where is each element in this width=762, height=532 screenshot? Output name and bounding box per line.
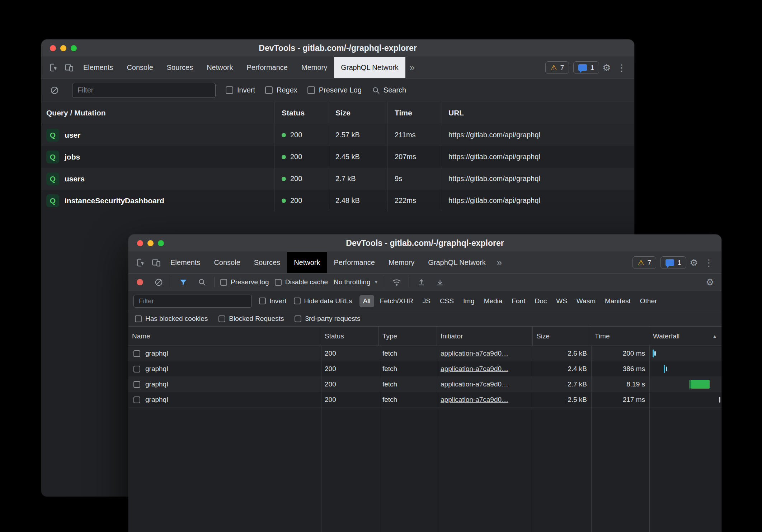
titlebar[interactable]: DevTools - gitlab.com/-/graphql-explorer — [128, 234, 721, 252]
issues-badge[interactable]: 1 — [660, 256, 686, 269]
minimize-button[interactable] — [147, 240, 154, 246]
checkbox-icon[interactable] — [307, 86, 315, 94]
invert-checkbox[interactable]: Invert — [259, 297, 287, 305]
tab-graphql-network[interactable]: GraphQL Network — [334, 57, 405, 78]
filter-type-js[interactable]: JS — [419, 295, 434, 307]
filter-type-fetch-xhr[interactable]: Fetch/XHR — [376, 295, 417, 307]
throttling-dropdown[interactable]: No throttling ▼ — [334, 278, 378, 286]
more-options-icon[interactable]: ⋮ — [701, 255, 716, 270]
initiator-link[interactable]: application-a7ca9d0… — [441, 365, 508, 373]
more-tabs-icon[interactable]: » — [493, 252, 506, 273]
block-icon[interactable] — [47, 83, 62, 98]
filter-type-img[interactable]: Img — [460, 295, 478, 307]
filter-type-all[interactable]: All — [359, 295, 374, 307]
column-header-time[interactable]: Time — [591, 327, 649, 346]
checkbox-icon[interactable] — [220, 279, 227, 286]
column-header-query[interactable]: Query / Mutation — [41, 102, 274, 124]
warnings-badge[interactable]: ⚠ 7 — [545, 61, 569, 74]
checkbox-icon[interactable] — [218, 315, 225, 322]
filter-type-manifest[interactable]: Manifest — [601, 295, 634, 307]
column-header-url[interactable]: URL — [441, 102, 634, 124]
checkbox-icon[interactable] — [275, 279, 282, 286]
tab-elements[interactable]: Elements — [164, 252, 207, 273]
column-header-type[interactable]: Type — [379, 327, 437, 346]
third-party-requests-checkbox[interactable]: 3rd-party requests — [295, 315, 360, 323]
tab-network[interactable]: Network — [287, 252, 327, 273]
tab-network[interactable]: Network — [200, 57, 240, 78]
query-row[interactable]: Q jobs 200 2.45 kB 207ms https://gitlab.… — [41, 146, 634, 168]
search-icon[interactable] — [196, 276, 208, 289]
more-tabs-icon[interactable]: » — [405, 57, 419, 78]
hide-data-urls-checkbox[interactable]: Hide data URLs — [294, 297, 352, 305]
warnings-badge[interactable]: ⚠ 7 — [632, 256, 656, 269]
initiator-link[interactable]: application-a7ca9d0… — [441, 380, 508, 388]
row-checkbox[interactable] — [133, 366, 140, 372]
tab-sources[interactable]: Sources — [160, 57, 200, 78]
network-request-row[interactable]: graphql 200 fetch application-a7ca9d0… 2… — [128, 361, 721, 377]
minimize-button[interactable] — [60, 45, 66, 51]
tab-memory[interactable]: Memory — [382, 252, 421, 273]
row-checkbox[interactable] — [133, 396, 140, 403]
checkbox-icon[interactable] — [295, 315, 301, 322]
tab-sources[interactable]: Sources — [247, 252, 287, 273]
blocked-requests-checkbox[interactable]: Blocked Requests — [218, 315, 284, 323]
query-row[interactable]: Q user 200 2.57 kB 211ms https://gitlab.… — [41, 124, 634, 146]
device-toolbar-icon[interactable] — [61, 60, 76, 75]
filter-type-doc[interactable]: Doc — [531, 295, 550, 307]
record-icon[interactable] — [133, 276, 146, 289]
checkbox-icon[interactable] — [135, 315, 142, 322]
checkbox-icon[interactable] — [259, 298, 266, 304]
row-checkbox[interactable] — [133, 381, 140, 388]
checkbox-icon[interactable] — [226, 86, 233, 94]
row-checkbox[interactable] — [133, 350, 140, 357]
titlebar[interactable]: DevTools - gitlab.com/-/graphql-explorer — [41, 39, 634, 57]
network-request-row[interactable]: graphql 200 fetch application-a7ca9d0… 2… — [128, 392, 721, 408]
inspect-icon[interactable] — [46, 60, 61, 75]
column-header-name[interactable]: Name — [128, 327, 321, 346]
issues-badge[interactable]: 1 — [573, 61, 599, 74]
column-header-size[interactable]: Size — [328, 102, 387, 124]
network-request-row[interactable]: graphql 200 fetch application-a7ca9d0… 2… — [128, 346, 721, 361]
network-request-row[interactable]: graphql 200 fetch application-a7ca9d0… 2… — [128, 377, 721, 392]
column-header-status[interactable]: Status — [274, 102, 328, 124]
tab-console[interactable]: Console — [120, 57, 160, 78]
zoom-button[interactable] — [158, 240, 164, 246]
network-filter-input[interactable] — [133, 295, 252, 308]
close-button[interactable] — [50, 45, 56, 51]
settings-gear-icon[interactable]: ⚙ — [686, 255, 701, 270]
tab-memory[interactable]: Memory — [295, 57, 334, 78]
filter-funnel-icon[interactable] — [177, 276, 190, 289]
initiator-link[interactable]: application-a7ca9d0… — [441, 396, 508, 404]
query-row[interactable]: Q instanceSecurityDashboard 200 2.48 kB … — [41, 190, 634, 212]
more-options-icon[interactable]: ⋮ — [614, 60, 629, 75]
tab-elements[interactable]: Elements — [76, 57, 120, 78]
preserve-log-checkbox[interactable]: Preserve Log — [307, 86, 362, 94]
import-har-icon[interactable] — [415, 276, 428, 289]
tab-graphql-network[interactable]: GraphQL Network — [421, 252, 492, 273]
filter-type-wasm[interactable]: Wasm — [573, 295, 599, 307]
zoom-button[interactable] — [71, 45, 77, 51]
filter-type-other[interactable]: Other — [636, 295, 661, 307]
disable-cache-checkbox[interactable]: Disable cache — [275, 278, 328, 286]
clear-icon[interactable] — [152, 276, 165, 289]
filter-input[interactable] — [72, 83, 216, 98]
filter-type-ws[interactable]: WS — [552, 295, 571, 307]
filter-type-media[interactable]: Media — [480, 295, 506, 307]
network-settings-gear-icon[interactable]: ⚙ — [704, 276, 716, 289]
inspect-icon[interactable] — [133, 255, 149, 270]
search-button[interactable]: Search — [372, 86, 406, 95]
column-header-waterfall[interactable]: Waterfall ▲ — [649, 327, 721, 346]
checkbox-icon[interactable] — [265, 86, 273, 94]
filter-type-font[interactable]: Font — [508, 295, 529, 307]
tab-console[interactable]: Console — [207, 252, 247, 273]
column-header-status[interactable]: Status — [321, 327, 379, 346]
column-header-size[interactable]: Size — [533, 327, 591, 346]
checkbox-icon[interactable] — [294, 298, 301, 304]
regex-checkbox[interactable]: Regex — [265, 86, 297, 94]
query-row[interactable]: Q users 200 2.7 kB 9s https://gitlab.com… — [41, 168, 634, 190]
network-conditions-icon[interactable] — [390, 276, 403, 289]
column-header-initiator[interactable]: Initiator — [437, 327, 533, 346]
device-toolbar-icon[interactable] — [149, 255, 164, 270]
close-button[interactable] — [137, 240, 143, 246]
has-blocked-cookies-checkbox[interactable]: Has blocked cookies — [135, 315, 208, 323]
